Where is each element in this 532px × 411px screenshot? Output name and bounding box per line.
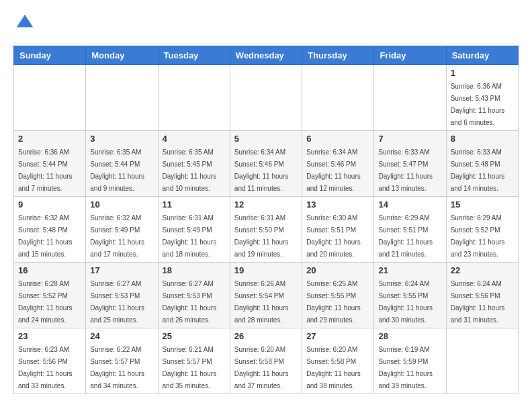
calendar-cell: 14Sunrise: 6:29 AM Sunset: 5:51 PM Dayli… xyxy=(374,197,446,263)
calendar-cell xyxy=(374,65,446,131)
calendar-cell: 23Sunrise: 6:23 AM Sunset: 5:56 PM Dayli… xyxy=(14,328,86,394)
day-info: Sunrise: 6:19 AM Sunset: 5:59 PM Dayligh… xyxy=(378,346,433,390)
logo xyxy=(13,13,34,35)
calendar-week-row: 9Sunrise: 6:32 AM Sunset: 5:48 PM Daylig… xyxy=(14,197,519,263)
calendar-cell: 12Sunrise: 6:31 AM Sunset: 5:50 PM Dayli… xyxy=(230,197,302,263)
calendar-cell: 15Sunrise: 6:29 AM Sunset: 5:52 PM Dayli… xyxy=(446,197,518,263)
calendar-cell: 6Sunrise: 6:34 AM Sunset: 5:46 PM Daylig… xyxy=(302,131,374,197)
day-number: 9 xyxy=(18,199,81,210)
day-info: Sunrise: 6:27 AM Sunset: 5:53 PM Dayligh… xyxy=(163,280,217,324)
day-number: 26 xyxy=(234,331,298,341)
calendar-cell: 13Sunrise: 6:30 AM Sunset: 5:51 PM Dayli… xyxy=(302,197,374,263)
day-info: Sunrise: 6:27 AM Sunset: 5:53 PM Dayligh… xyxy=(90,280,144,324)
calendar-cell xyxy=(158,65,230,131)
day-info: Sunrise: 6:31 AM Sunset: 5:49 PM Dayligh… xyxy=(163,214,217,258)
calendar-cell: 20Sunrise: 6:25 AM Sunset: 5:55 PM Dayli… xyxy=(302,263,374,328)
calendar-header xyxy=(13,13,519,35)
calendar-week-row: 23Sunrise: 6:23 AM Sunset: 5:56 PM Dayli… xyxy=(14,328,519,394)
day-number: 20 xyxy=(306,265,369,275)
day-info: Sunrise: 6:23 AM Sunset: 5:56 PM Dayligh… xyxy=(18,346,73,390)
day-number: 22 xyxy=(451,265,514,275)
day-info: Sunrise: 6:36 AM Sunset: 5:44 PM Dayligh… xyxy=(18,148,73,192)
calendar-cell: 3Sunrise: 6:35 AM Sunset: 5:44 PM Daylig… xyxy=(86,131,158,197)
day-info: Sunrise: 6:26 AM Sunset: 5:54 PM Dayligh… xyxy=(234,280,289,324)
calendar-cell: 24Sunrise: 6:22 AM Sunset: 5:57 PM Dayli… xyxy=(86,328,158,394)
header-saturday: Saturday xyxy=(446,46,518,65)
day-number: 3 xyxy=(90,134,153,144)
day-number: 23 xyxy=(18,331,81,341)
header-friday: Friday xyxy=(374,46,446,65)
calendar-week-row: 1Sunrise: 6:36 AM Sunset: 5:43 PM Daylig… xyxy=(14,65,519,131)
day-number: 15 xyxy=(451,199,514,210)
header-sunday: Sunday xyxy=(14,46,86,65)
day-info: Sunrise: 6:35 AM Sunset: 5:45 PM Dayligh… xyxy=(163,148,217,192)
day-info: Sunrise: 6:29 AM Sunset: 5:52 PM Dayligh… xyxy=(451,214,505,258)
header-tuesday: Tuesday xyxy=(158,46,230,65)
day-info: Sunrise: 6:24 AM Sunset: 5:55 PM Dayligh… xyxy=(378,280,433,324)
day-info: Sunrise: 6:25 AM Sunset: 5:55 PM Dayligh… xyxy=(306,280,361,324)
calendar-cell: 5Sunrise: 6:34 AM Sunset: 5:46 PM Daylig… xyxy=(230,131,302,197)
calendar-cell: 9Sunrise: 6:32 AM Sunset: 5:48 PM Daylig… xyxy=(14,197,86,263)
header-monday: Monday xyxy=(86,46,158,65)
day-info: Sunrise: 6:31 AM Sunset: 5:50 PM Dayligh… xyxy=(234,214,289,258)
calendar-cell xyxy=(302,65,374,131)
calendar-cell: 1Sunrise: 6:36 AM Sunset: 5:43 PM Daylig… xyxy=(446,65,518,131)
day-info: Sunrise: 6:20 AM Sunset: 5:58 PM Dayligh… xyxy=(306,346,361,390)
day-info: Sunrise: 6:34 AM Sunset: 5:46 PM Dayligh… xyxy=(306,148,361,192)
day-number: 8 xyxy=(451,134,514,144)
day-info: Sunrise: 6:32 AM Sunset: 5:49 PM Dayligh… xyxy=(90,214,144,258)
day-number: 12 xyxy=(234,199,298,210)
calendar-cell: 4Sunrise: 6:35 AM Sunset: 5:45 PM Daylig… xyxy=(158,131,230,197)
calendar-cell: 16Sunrise: 6:28 AM Sunset: 5:52 PM Dayli… xyxy=(14,263,86,328)
day-number: 10 xyxy=(90,199,153,210)
day-number: 11 xyxy=(163,199,226,210)
calendar-cell: 26Sunrise: 6:20 AM Sunset: 5:58 PM Dayli… xyxy=(230,328,302,394)
day-number: 16 xyxy=(18,265,81,275)
day-number: 4 xyxy=(163,134,226,144)
day-number: 6 xyxy=(306,134,369,144)
day-info: Sunrise: 6:32 AM Sunset: 5:48 PM Dayligh… xyxy=(18,214,73,258)
day-info: Sunrise: 6:28 AM Sunset: 5:52 PM Dayligh… xyxy=(18,280,73,324)
day-number: 2 xyxy=(18,134,81,144)
calendar-cell: 7Sunrise: 6:33 AM Sunset: 5:47 PM Daylig… xyxy=(374,131,446,197)
day-info: Sunrise: 6:30 AM Sunset: 5:51 PM Dayligh… xyxy=(306,214,361,258)
day-number: 5 xyxy=(234,134,298,144)
calendar-cell: 2Sunrise: 6:36 AM Sunset: 5:44 PM Daylig… xyxy=(14,131,86,197)
calendar-cell: 27Sunrise: 6:20 AM Sunset: 5:58 PM Dayli… xyxy=(302,328,374,394)
day-info: Sunrise: 6:34 AM Sunset: 5:46 PM Dayligh… xyxy=(234,148,289,192)
day-info: Sunrise: 6:21 AM Sunset: 5:57 PM Dayligh… xyxy=(163,346,217,390)
calendar-cell: 10Sunrise: 6:32 AM Sunset: 5:49 PM Dayli… xyxy=(86,197,158,263)
day-number: 27 xyxy=(306,331,369,341)
calendar-cell: 11Sunrise: 6:31 AM Sunset: 5:49 PM Dayli… xyxy=(158,197,230,263)
day-info: Sunrise: 6:36 AM Sunset: 5:43 PM Dayligh… xyxy=(451,83,505,126)
calendar-cell xyxy=(446,328,518,394)
logo-icon xyxy=(15,13,34,32)
calendar-week-row: 16Sunrise: 6:28 AM Sunset: 5:52 PM Dayli… xyxy=(14,263,519,328)
weekday-header-row: Sunday Monday Tuesday Wednesday Thursday… xyxy=(14,46,519,65)
day-number: 25 xyxy=(163,331,226,341)
day-number: 14 xyxy=(378,199,441,210)
svg-marker-0 xyxy=(17,15,33,28)
calendar-week-row: 2Sunrise: 6:36 AM Sunset: 5:44 PM Daylig… xyxy=(14,131,519,197)
day-number: 13 xyxy=(306,199,369,210)
day-info: Sunrise: 6:29 AM Sunset: 5:51 PM Dayligh… xyxy=(378,214,433,258)
day-info: Sunrise: 6:35 AM Sunset: 5:44 PM Dayligh… xyxy=(90,148,144,192)
header-thursday: Thursday xyxy=(302,46,374,65)
calendar-cell: 19Sunrise: 6:26 AM Sunset: 5:54 PM Dayli… xyxy=(230,263,302,328)
calendar-table: Sunday Monday Tuesday Wednesday Thursday… xyxy=(13,46,519,394)
calendar-cell: 25Sunrise: 6:21 AM Sunset: 5:57 PM Dayli… xyxy=(158,328,230,394)
day-number: 24 xyxy=(90,331,153,341)
day-number: 28 xyxy=(378,331,441,341)
calendar-cell: 22Sunrise: 6:24 AM Sunset: 5:56 PM Dayli… xyxy=(446,263,518,328)
calendar-cell: 18Sunrise: 6:27 AM Sunset: 5:53 PM Dayli… xyxy=(158,263,230,328)
day-info: Sunrise: 6:22 AM Sunset: 5:57 PM Dayligh… xyxy=(90,346,144,390)
day-info: Sunrise: 6:20 AM Sunset: 5:58 PM Dayligh… xyxy=(234,346,289,390)
day-number: 21 xyxy=(378,265,441,275)
header-wednesday: Wednesday xyxy=(230,46,302,65)
calendar-cell: 28Sunrise: 6:19 AM Sunset: 5:59 PM Dayli… xyxy=(374,328,446,394)
day-info: Sunrise: 6:24 AM Sunset: 5:56 PM Dayligh… xyxy=(451,280,505,324)
day-number: 19 xyxy=(234,265,298,275)
calendar-cell: 21Sunrise: 6:24 AM Sunset: 5:55 PM Dayli… xyxy=(374,263,446,328)
day-number: 17 xyxy=(90,265,153,275)
day-number: 18 xyxy=(163,265,226,275)
